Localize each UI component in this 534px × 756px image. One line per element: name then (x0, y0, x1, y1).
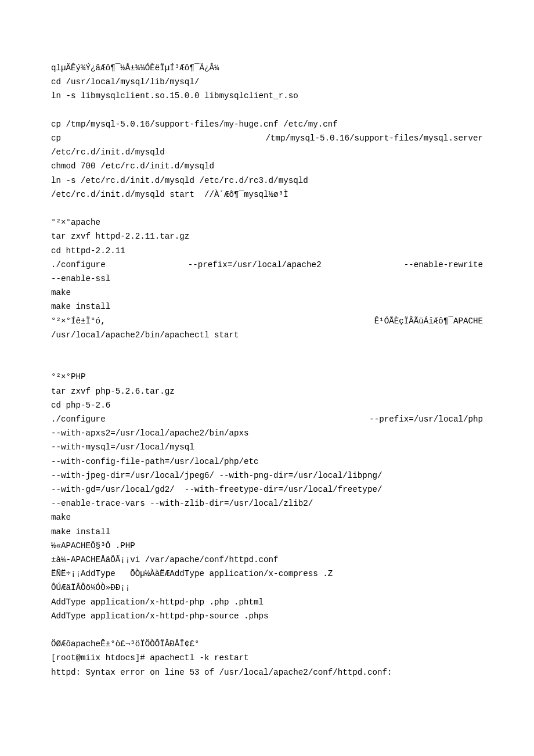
text-line: ÖØÆôapacheÊ±°ò£¬³öÏÖÒÔÏÂÐÅÏ¢£° (51, 637, 483, 651)
text-line: /etc/rc.d/init.d/mysqld start //À´Æô¶¯my… (51, 188, 483, 201)
text-line: make install (51, 300, 483, 314)
text-line: °²×°PHP (51, 370, 483, 384)
text-line: cd php-5-2.6 (51, 398, 483, 412)
text-line: --with-gd=/usr/local/gd2/ --with-freetyp… (51, 483, 483, 496)
line-segment: --enable-rewrite (404, 258, 483, 272)
text-line: ±à¼-APACHEÅäÖÃ¡¡vi /var/apache/conf/http… (51, 553, 483, 567)
text-line: --enable-ssl (51, 272, 483, 286)
blank-line (51, 201, 483, 215)
blank-line (51, 623, 483, 637)
text-line: cd httpd-2.2.11 (51, 244, 483, 258)
text-line: ½«APACHEÖ§³Ö .PHP (51, 539, 483, 553)
text-line: make install (51, 525, 483, 539)
text-line: tar zxvf httpd-2.2.11.tar.gz (51, 229, 483, 243)
text-line: chmod 700 /etc/rc.d/init.d/mysqld (51, 159, 483, 173)
text-line: ËÑË÷¡¡AddType ÕÒµ½ÀàËÆAddType applicatio… (51, 567, 483, 581)
text-line: qlµÄÊý¾Ý¿âÆô¶¯½Å±¾¾ÓÈëÏµÍ³Æô¶¯Ä¿Â¼ (51, 61, 483, 75)
line-segment: --prefix=/usr/local/apache2 (188, 258, 322, 272)
text-line: --with-mysql=/usr/local/mysql (51, 440, 483, 454)
document-body: qlµÄÊý¾Ý¿âÆô¶¯½Å±¾¾ÓÈëÏµÍ³Æô¶¯Ä¿Â¼cd /us… (51, 61, 483, 679)
text-line: ln -s /etc/rc.d/init.d/mysqld /etc/rc.d/… (51, 174, 483, 188)
text-line: °²×°apache (51, 215, 483, 229)
text-line: /etc/rc.d/init.d/mysqld (51, 145, 483, 159)
text-line: make (51, 510, 483, 524)
text-line: AddType application/x-httpd-php .php .ph… (51, 595, 483, 609)
text-line: httpd: Syntax error on line 53 of /usr/l… (51, 665, 483, 679)
text-line: ÔÚÆäÏÂÔö¼ÓÒ»ÐÐ¡¡ (51, 581, 483, 595)
blank-line (51, 356, 483, 370)
line-segment: --prefix=/usr/local/php (369, 412, 483, 426)
text-line: --with-config-file-path=/usr/local/php/e… (51, 455, 483, 469)
line-segment: Ê¹ÓÃÈçÏÂÃüÁîÆô¶¯APACHE (374, 314, 483, 328)
text-line: --enable-trace-vars --with-zlib-dir=/usr… (51, 496, 483, 510)
line-segment: /tmp/mysql-5.0.16/support-files/mysql.se… (265, 131, 483, 145)
line-segment: ./configure (51, 412, 106, 426)
text-line: AddType application/x-httpd-php-source .… (51, 609, 483, 623)
text-line: /usr/local/apache2/bin/apachectl start (51, 328, 483, 342)
line-segment: cp (51, 131, 61, 145)
text-line: cp /tmp/mysql-5.0.16/support-files/my-hu… (51, 117, 483, 131)
justified-line: ./configure--prefix=/usr/local/php (51, 412, 483, 426)
text-line: cd /usr/local/mysql/lib/mysql/ (51, 75, 483, 89)
text-line: [root@miix htdocs]# apachectl -k restart (51, 651, 483, 665)
blank-line (51, 103, 483, 117)
line-segment: °²×°Íê±Ï°ó, (51, 314, 106, 328)
text-line: make (51, 286, 483, 300)
text-line: --with-jpeg-dir=/usr/local/jpeg6/ --with… (51, 469, 483, 483)
text-line: --with-apxs2=/usr/local/apache2/bin/apxs (51, 426, 483, 440)
justified-line: ./configure--prefix=/usr/local/apache2--… (51, 258, 483, 272)
text-line: tar zxvf php-5.2.6.tar.gz (51, 384, 483, 398)
blank-line (51, 342, 483, 356)
text-line: ln -s libmysqlclient.so.15.0.0 libmysqlc… (51, 89, 483, 103)
justified-line: cp/tmp/mysql-5.0.16/support-files/mysql.… (51, 131, 483, 145)
line-segment: ./configure (51, 258, 106, 272)
justified-line: °²×°Íê±Ï°ó,Ê¹ÓÃÈçÏÂÃüÁîÆô¶¯APACHE (51, 314, 483, 328)
